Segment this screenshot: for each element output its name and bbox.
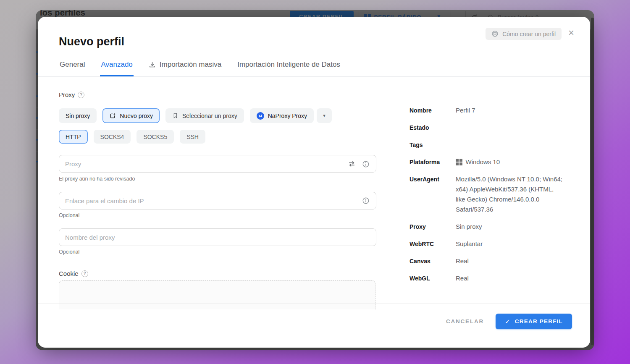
summary-row-estado: Estado xyxy=(410,123,564,133)
help-circle-icon[interactable]: ? xyxy=(81,270,88,277)
protocol-http[interactable]: HTTP xyxy=(59,130,88,144)
ip-change-link-input[interactable] xyxy=(59,192,376,209)
tab-importacion-masiva[interactable]: Importación masiva xyxy=(148,59,222,76)
proxy-name-input[interactable] xyxy=(59,228,376,246)
summary-row-nombre: Nombre Perfil 7 xyxy=(410,105,564,115)
proxy-input[interactable] xyxy=(59,155,376,173)
cancel-button[interactable]: CANCELAR xyxy=(446,318,484,325)
naproxy-dropdown-caret-icon[interactable]: ▾ xyxy=(317,108,332,123)
footer-divider xyxy=(38,304,590,304)
summary-row-webgl: WebGL Real xyxy=(410,273,564,283)
profile-summary-panel: Nombre Perfil 7 Estado Tags Plataforma W… xyxy=(410,96,564,291)
summary-row-tags: Tags xyxy=(410,140,564,150)
create-profile-button[interactable]: ✓ CREAR PERFIL xyxy=(496,314,572,329)
summary-row-canvas: Canvas Real xyxy=(410,256,564,266)
proxy-protocol-group: HTTP SOCKS4 SOCKS5 SSH xyxy=(59,130,205,144)
summary-row-useragent: UserAgent Mozilla/5.0 (Windows NT 10.0; … xyxy=(410,174,564,215)
how-to-create-profile-button[interactable]: Cómo crear un perfil xyxy=(486,28,562,40)
proxy-mode-nuevo-proxy[interactable]: Nuevo proxy xyxy=(102,108,160,123)
proxy-helper-text: El proxy aún no ha sido revisado xyxy=(59,176,135,182)
modal-title: Nuevo perfil xyxy=(59,35,124,48)
summary-row-proxy: Proxy Sin proxy xyxy=(410,222,564,232)
proxy-form: Proxy ? Sin proxy Nuevo proxy Selecciona… xyxy=(59,76,376,309)
tab-avanzado[interactable]: Avanzado xyxy=(100,59,133,76)
windows-logo-icon xyxy=(456,159,462,165)
ip-change-info-icon[interactable] xyxy=(362,197,370,204)
cookie-dropzone[interactable] xyxy=(59,280,375,309)
proxy-info-icon[interactable] xyxy=(362,160,370,168)
proxy-mode-group: Sin proxy Nuevo proxy Seleccionar un pro… xyxy=(59,108,332,123)
modal-footer: CANCELAR ✓ CREAR PERFIL xyxy=(446,314,572,329)
summary-row-plataforma: Plataforma Windows 10 xyxy=(410,157,564,167)
protocol-socks4[interactable]: SOCKS4 xyxy=(94,130,131,144)
desktop-wallpaper: los perfiles CREAR PERFIL PERFIL RÁPIDO … xyxy=(0,0,630,364)
proxy-mode-sin-proxy[interactable]: Sin proxy xyxy=(59,108,97,123)
proxy-section-label: Proxy ? xyxy=(59,91,84,98)
swap-check-proxy-icon[interactable] xyxy=(348,160,356,168)
new-window-plus-icon xyxy=(109,113,116,119)
lifebuoy-icon xyxy=(491,30,499,37)
proxy-mode-seleccionar[interactable]: Seleccionar un proxy xyxy=(165,108,244,123)
tab-importacion-inteligente[interactable]: Importación Inteligente de Datos xyxy=(236,59,341,76)
protocol-socks5[interactable]: SOCKS5 xyxy=(136,130,174,144)
tab-general[interactable]: General xyxy=(59,59,86,76)
download-icon xyxy=(149,61,156,68)
proxy-name-helper-text: Opcional xyxy=(59,249,79,255)
new-profile-modal: Nuevo perfil Cómo crear un perfil × Gene… xyxy=(38,17,590,348)
proxy-mode-naproxy[interactable]: NaProxy Proxy xyxy=(250,108,314,123)
summary-row-webrtc: WebRTC Suplantar xyxy=(410,239,564,249)
naproxy-logo xyxy=(257,112,264,120)
modal-tabs: General Avanzado Importación masiva Impo… xyxy=(38,59,590,77)
ip-change-helper-text: Opcional xyxy=(59,212,79,218)
cookie-section-label: Cookie ? xyxy=(59,270,88,277)
bookmark-icon xyxy=(172,113,178,119)
help-circle-icon[interactable]: ? xyxy=(78,92,84,98)
close-icon[interactable]: × xyxy=(565,27,577,39)
protocol-ssh[interactable]: SSH xyxy=(180,130,205,144)
check-icon: ✓ xyxy=(505,318,511,325)
